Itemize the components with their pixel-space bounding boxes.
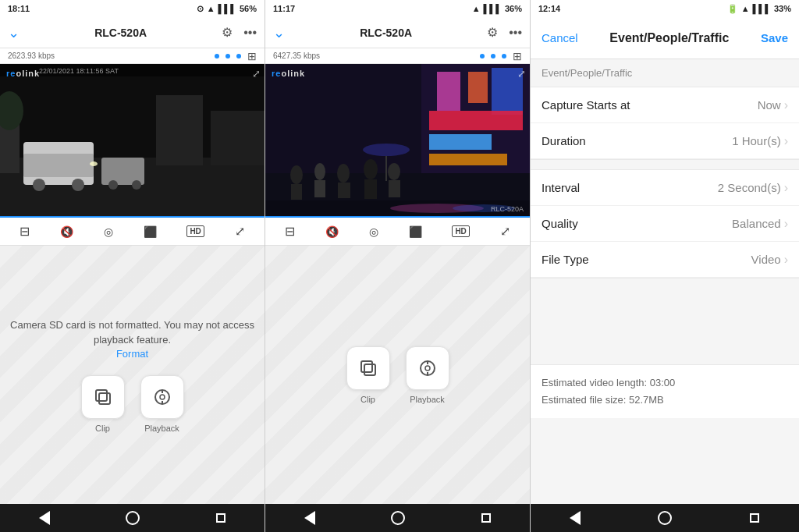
middle-controls-bar: ⊟ 🔇 ◎ ⬛ HD ⤢ bbox=[265, 216, 530, 246]
left-home-btn[interactable] bbox=[121, 506, 144, 530]
left-settings-icon[interactable]: ⚙ bbox=[222, 25, 233, 40]
capture-starts-label: Capture Starts at bbox=[542, 98, 630, 112]
left-grid-icon[interactable]: ⊞ bbox=[247, 50, 257, 62]
left-dot-3 bbox=[236, 54, 241, 59]
svg-rect-33 bbox=[314, 180, 325, 197]
middle-playback-button[interactable]: Playback bbox=[406, 346, 449, 404]
middle-nav-chevron[interactable]: ⌄ bbox=[273, 24, 285, 41]
left-dot-1 bbox=[215, 54, 219, 59]
middle-ctrl-mute[interactable]: 🔇 bbox=[325, 225, 339, 238]
middle-clip-button[interactable]: Clip bbox=[346, 346, 390, 404]
middle-dot-2 bbox=[491, 54, 495, 59]
right-time: 12:14 bbox=[538, 4, 560, 13]
left-expand-icon[interactable]: ⤢ bbox=[252, 68, 261, 80]
middle-action-buttons: Clip Playback bbox=[346, 346, 449, 404]
svg-rect-3 bbox=[23, 154, 94, 177]
left-ctrl-fullscreen[interactable]: ⤢ bbox=[235, 224, 245, 239]
middle-time: 11:17 bbox=[273, 4, 295, 13]
left-clip-label: Clip bbox=[95, 424, 110, 433]
left-ctrl-mute[interactable]: 🔇 bbox=[60, 225, 73, 238]
cancel-button[interactable]: Cancel bbox=[542, 31, 578, 44]
middle-playback-icon-box bbox=[406, 346, 449, 390]
middle-back-btn[interactable] bbox=[298, 506, 321, 530]
svg-rect-23 bbox=[437, 72, 460, 111]
left-back-btn[interactable] bbox=[33, 506, 56, 530]
middle-ctrl-split[interactable]: ⊟ bbox=[285, 224, 295, 239]
svg-rect-11 bbox=[156, 95, 203, 165]
left-nav-chevron[interactable]: ⌄ bbox=[8, 24, 20, 41]
quality-label: Quality bbox=[542, 217, 578, 230]
svg-point-7 bbox=[108, 180, 118, 190]
left-sd-message: Camera SD card is not formatted. You may… bbox=[0, 317, 265, 360]
middle-expand-icon[interactable]: ⤢ bbox=[517, 68, 526, 80]
right-panel-header: Cancel Event/People/Traffic Save bbox=[531, 17, 799, 59]
left-ctrl-quality[interactable]: HD bbox=[186, 225, 204, 237]
middle-recent-btn[interactable] bbox=[474, 506, 498, 530]
middle-ctrl-fullscreen[interactable]: ⤢ bbox=[500, 224, 510, 239]
left-controls-bar: ⊟ 🔇 ◎ ⬛ HD ⤢ bbox=[0, 216, 265, 246]
middle-bitrate: 6427.35 kbps bbox=[273, 51, 320, 60]
left-clip-button[interactable]: Clip bbox=[81, 375, 125, 433]
middle-more-icon[interactable]: ••• bbox=[509, 26, 522, 40]
middle-grid-icon[interactable]: ⊞ bbox=[513, 50, 522, 62]
svg-rect-24 bbox=[468, 72, 488, 103]
quality-value: Balanced › bbox=[732, 217, 788, 231]
middle-camera-logo: reolink bbox=[272, 69, 305, 78]
right-wifi-icon: ▲ bbox=[741, 4, 750, 13]
middle-home-btn[interactable] bbox=[386, 506, 410, 530]
estimate-section: Estimated video length: 03:00 Estimated … bbox=[531, 365, 799, 418]
left-playback-svg bbox=[153, 388, 172, 406]
save-button[interactable]: Save bbox=[761, 31, 788, 44]
svg-rect-37 bbox=[364, 179, 377, 199]
svg-point-30 bbox=[290, 165, 303, 184]
right-home-btn[interactable] bbox=[653, 506, 676, 530]
schedule-title: Event/People/Traffic bbox=[609, 31, 729, 45]
duration-row[interactable]: Duration 1 Hour(s) › bbox=[531, 123, 799, 159]
middle-bottom-nav bbox=[265, 504, 530, 532]
signal-icon: ▌▌▌ bbox=[218, 4, 236, 13]
svg-rect-46 bbox=[364, 364, 375, 375]
middle-playback-area: Clip Playback bbox=[265, 246, 530, 504]
capture-starts-row[interactable]: Capture Starts at Now › bbox=[531, 87, 799, 123]
left-clip-svg bbox=[94, 388, 112, 406]
left-format-link[interactable]: Format bbox=[0, 348, 265, 360]
left-camera-title: RLC-520A bbox=[94, 27, 147, 39]
svg-rect-28 bbox=[429, 154, 507, 165]
middle-settings-icon[interactable]: ⚙ bbox=[487, 25, 498, 40]
middle-ctrl-quality[interactable]: HD bbox=[452, 225, 469, 237]
middle-clip-label: Clip bbox=[360, 395, 375, 404]
left-more-icon[interactable]: ••• bbox=[243, 26, 257, 40]
capture-chevron: › bbox=[784, 98, 788, 112]
middle-status-bar: 11:17 ▲ ▌▌▌ 36% bbox=[265, 0, 530, 17]
schedule-subtitle: Event/People/Traffic bbox=[531, 59, 799, 87]
right-home-icon bbox=[658, 511, 672, 525]
filetype-val-text: Video bbox=[751, 253, 781, 266]
left-ctrl-record[interactable]: ⬛ bbox=[144, 225, 157, 238]
left-recent-btn[interactable] bbox=[209, 506, 233, 530]
right-status-icons: 🔋 ▲ ▌▌▌ 33% bbox=[727, 4, 791, 14]
interval-row[interactable]: Interval 2 Second(s) › bbox=[531, 170, 799, 206]
svg-point-36 bbox=[364, 159, 378, 179]
quality-chevron: › bbox=[784, 217, 788, 231]
left-logo-re: re bbox=[6, 69, 16, 78]
middle-scene-svg bbox=[265, 64, 530, 216]
left-playback-button[interactable]: Playback bbox=[140, 375, 184, 433]
filetype-row[interactable]: File Type Video › bbox=[531, 242, 799, 278]
quality-val-text: Balanced bbox=[732, 217, 781, 230]
left-ctrl-split[interactable]: ⊟ bbox=[20, 224, 30, 239]
left-ctrl-snapshot[interactable]: ◎ bbox=[104, 225, 113, 238]
left-dot-2 bbox=[225, 54, 230, 59]
middle-home-icon bbox=[391, 511, 405, 525]
left-clip-icon-box bbox=[81, 375, 125, 419]
middle-ctrl-snapshot[interactable]: ◎ bbox=[369, 225, 378, 238]
estimate-line1: Estimated video length: 03:00 bbox=[542, 374, 788, 392]
middle-ctrl-record[interactable]: ⬛ bbox=[409, 225, 422, 238]
left-scene-svg bbox=[0, 64, 265, 216]
middle-camera-title: RLC-520A bbox=[360, 27, 412, 39]
quality-row[interactable]: Quality Balanced › bbox=[531, 206, 799, 242]
duration-value: 1 Hour(s) › bbox=[732, 134, 788, 148]
right-back-btn[interactable] bbox=[563, 506, 587, 530]
right-recent-btn[interactable] bbox=[743, 506, 766, 530]
svg-point-13 bbox=[90, 161, 98, 166]
battery-left: 56% bbox=[240, 4, 257, 13]
